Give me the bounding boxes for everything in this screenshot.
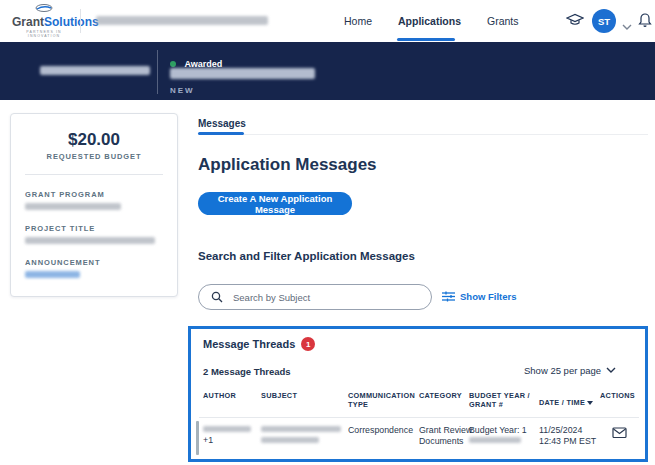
- redacted-author: [203, 426, 251, 432]
- show-filters-toggle[interactable]: Show Filters: [442, 291, 516, 302]
- announcement-label: ANNOUNCEMENT: [25, 258, 100, 267]
- redacted-application-id: [170, 68, 315, 79]
- col-actions[interactable]: ACTIONS: [600, 391, 640, 400]
- threads-title-row: Message Threads 1: [203, 337, 315, 351]
- search-filter-heading: Search and Filter Application Messages: [198, 250, 415, 262]
- per-page-label: Show 25 per page: [524, 365, 601, 376]
- table-row[interactable]: +1 Correspondence Grant Review Documents…: [191, 419, 645, 459]
- redacted-subject-line1: [261, 426, 341, 432]
- col-author[interactable]: AUTHOR: [203, 391, 253, 400]
- grant-program-label: GRANT PROGRAM: [25, 190, 105, 199]
- redacted-subject-line2: [261, 437, 319, 443]
- threads-count: 2 Message Threads: [203, 366, 291, 377]
- budget-summary-card: $20.00 REQUESTED BUDGET GRANT PROGRAM PR…: [10, 113, 178, 297]
- show-filters-label: Show Filters: [460, 291, 516, 302]
- chevron-down-icon: [606, 367, 616, 374]
- header-divider: [80, 9, 81, 33]
- col-subject[interactable]: SUBJECT: [261, 391, 341, 400]
- filters-sliders-icon: [442, 291, 455, 302]
- requested-budget-label: REQUESTED BUDGET: [11, 152, 177, 161]
- new-tag: NEW: [170, 86, 195, 95]
- col-communication-type[interactable]: COMMUNICATION TYPE: [348, 391, 410, 410]
- card-divider: [25, 174, 163, 175]
- redacted-project-title-value: [25, 237, 155, 244]
- author-extra: +1: [203, 435, 213, 447]
- search-box[interactable]: [198, 284, 432, 310]
- threads-title: Message Threads: [203, 338, 295, 350]
- cell-category-line2: Documents: [419, 436, 464, 448]
- create-message-button[interactable]: Create A New Application Message: [198, 192, 352, 215]
- cell-time: 12:43 PM EST: [539, 436, 596, 448]
- row-separator: [199, 417, 639, 418]
- redacted-announcement-link[interactable]: [25, 271, 80, 278]
- message-threads-panel: Message Threads 1 2 Message Threads Show…: [188, 326, 648, 462]
- redacted-applicant-name: [40, 66, 150, 75]
- project-title-label: PROJECT TITLE: [25, 224, 95, 233]
- status-dot-icon: [170, 61, 176, 67]
- tab-messages-underline: [198, 132, 244, 135]
- notifications-bell-icon[interactable]: [638, 11, 652, 32]
- grantsolutions-app: GrantSolutions PARTNERS IN INNOVATION Ho…: [0, 0, 655, 465]
- page-title: Application Messages: [198, 155, 377, 175]
- requested-budget-amount: $20.00: [11, 130, 177, 150]
- grantsolutions-logo[interactable]: GrantSolutions PARTNERS IN INNOVATION: [12, 4, 76, 38]
- nav-applications[interactable]: Applications: [398, 15, 461, 27]
- redacted-org-name: [96, 16, 268, 25]
- unread-count-badge: 1: [301, 337, 315, 351]
- logo-text-grant: Grant: [12, 15, 44, 29]
- col-date-time[interactable]: DATE / TIME: [539, 391, 601, 409]
- tab-row-baseline: [244, 134, 648, 135]
- learning-cap-icon[interactable]: [566, 12, 584, 32]
- banner-divider: [157, 50, 158, 94]
- top-header: GrantSolutions PARTNERS IN INNOVATION Ho…: [0, 0, 655, 43]
- unread-row-bar: [196, 421, 199, 455]
- application-banner: Awarded NEW: [0, 42, 655, 100]
- logo-tagline: PARTNERS IN INNOVATION: [12, 30, 76, 38]
- nav-applications-underline: [397, 38, 455, 41]
- logo-globe-icon: [35, 4, 53, 12]
- sort-desc-icon: [587, 401, 593, 405]
- tab-messages[interactable]: Messages: [198, 118, 246, 129]
- search-icon: [211, 291, 223, 303]
- avatar[interactable]: ST: [592, 9, 616, 33]
- cell-budget-year: Budget Year: 1: [469, 425, 527, 437]
- nav-home[interactable]: Home: [344, 15, 372, 27]
- col-budget-year-grant[interactable]: BUDGET YEAR / GRANT #: [469, 391, 531, 410]
- redacted-grant-number: [469, 437, 521, 443]
- col-category[interactable]: CATEGORY: [419, 391, 467, 400]
- redacted-grant-program-value: [25, 203, 121, 210]
- col-date-time-label: DATE / TIME: [539, 398, 585, 407]
- nav-grants[interactable]: Grants: [487, 15, 519, 27]
- cell-communication-type: Correspondence: [348, 425, 413, 437]
- open-message-icon[interactable]: [612, 425, 627, 443]
- logo-text-solutions: Solutions: [44, 15, 99, 29]
- search-input[interactable]: [231, 291, 405, 304]
- per-page-select[interactable]: Show 25 per page: [524, 365, 616, 376]
- chevron-down-icon[interactable]: [622, 17, 632, 35]
